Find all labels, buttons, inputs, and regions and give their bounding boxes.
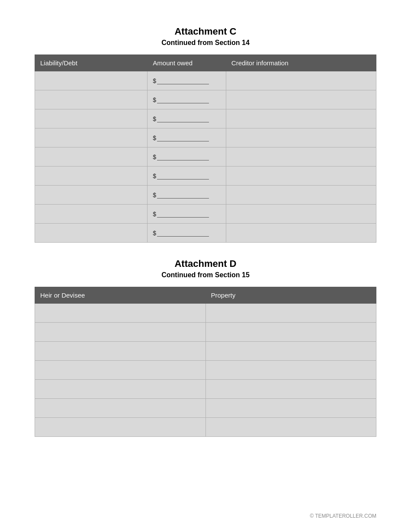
- amount-cell[interactable]: $: [148, 109, 226, 128]
- amount-cell[interactable]: $: [148, 186, 226, 205]
- amount-cell[interactable]: $: [148, 71, 226, 90]
- liability-cell[interactable]: [35, 90, 148, 109]
- table-row: [35, 361, 376, 380]
- creditor-cell[interactable]: [226, 147, 376, 167]
- amount-line: [157, 84, 209, 84]
- amount-line: [157, 236, 209, 237]
- col-header-property: Property: [206, 287, 376, 304]
- property-cell[interactable]: [206, 304, 376, 323]
- table-row: [35, 418, 376, 437]
- attachment-c-block: Attachment C Continued from Section 14 L…: [35, 26, 376, 243]
- attachment-d-block: Attachment D Continued from Section 15 H…: [35, 258, 376, 437]
- amount-dollar: $: [153, 96, 156, 103]
- col-header-liability: Liability/Debt: [35, 55, 148, 71]
- amount-dollar: $: [153, 173, 156, 179]
- liability-cell[interactable]: [35, 186, 148, 205]
- amount-cell[interactable]: $: [148, 90, 226, 109]
- table-row: $: [35, 186, 376, 205]
- amount-cell[interactable]: $: [148, 224, 226, 243]
- creditor-cell[interactable]: [226, 90, 376, 109]
- table-row: [35, 304, 376, 323]
- table-row: [35, 342, 376, 361]
- amount-cell[interactable]: $: [148, 205, 226, 224]
- heir-cell[interactable]: [35, 380, 206, 399]
- heir-cell[interactable]: [35, 399, 206, 418]
- footer: © TEMPLATEROLLER.COM: [310, 513, 376, 519]
- creditor-cell[interactable]: [226, 205, 376, 224]
- amount-dollar: $: [153, 192, 156, 199]
- heir-cell[interactable]: [35, 342, 206, 361]
- col-header-amount: Amount owed: [148, 55, 226, 71]
- table-row: $: [35, 109, 376, 128]
- footer-text: © TEMPLATEROLLER.COM: [310, 513, 376, 519]
- amount-dollar: $: [153, 154, 156, 160]
- table-d-header-row: Heir or Devisee Property: [35, 287, 376, 304]
- table-row: $: [35, 224, 376, 243]
- attachment-c-title: Attachment C: [35, 26, 376, 37]
- amount-dollar: $: [153, 135, 156, 141]
- property-cell[interactable]: [206, 342, 376, 361]
- amount-line: [157, 217, 209, 218]
- liability-cell[interactable]: [35, 205, 148, 224]
- table-row: $: [35, 205, 376, 224]
- amount-line: [157, 198, 209, 199]
- page: Attachment C Continued from Section 14 L…: [0, 0, 411, 532]
- property-cell[interactable]: [206, 361, 376, 380]
- liability-cell[interactable]: [35, 147, 148, 167]
- creditor-cell[interactable]: [226, 224, 376, 243]
- liability-cell[interactable]: [35, 224, 148, 243]
- creditor-cell[interactable]: [226, 71, 376, 90]
- amount-line: [157, 179, 209, 179]
- amount-cell[interactable]: $: [148, 167, 226, 186]
- creditor-cell[interactable]: [226, 109, 376, 128]
- heir-cell[interactable]: [35, 323, 206, 342]
- col-header-creditor: Creditor information: [226, 55, 376, 71]
- table-row: $: [35, 90, 376, 109]
- liability-cell[interactable]: [35, 71, 148, 90]
- heir-cell[interactable]: [35, 304, 206, 323]
- amount-cell[interactable]: $: [148, 147, 226, 167]
- liability-cell[interactable]: [35, 167, 148, 186]
- amount-line: [157, 141, 209, 141]
- amount-dollar: $: [153, 115, 156, 122]
- amount-line: [157, 160, 209, 160]
- table-row: [35, 380, 376, 399]
- amount-dollar: $: [153, 211, 156, 218]
- table-row: $: [35, 147, 376, 167]
- property-cell[interactable]: [206, 380, 376, 399]
- table-row: [35, 323, 376, 342]
- table-row: $: [35, 128, 376, 147]
- table-c-header-row: Liability/Debt Amount owed Creditor info…: [35, 55, 376, 71]
- attachment-d-title: Attachment D: [35, 258, 376, 269]
- property-cell[interactable]: [206, 323, 376, 342]
- amount-dollar: $: [153, 77, 156, 84]
- liability-cell[interactable]: [35, 128, 148, 147]
- heir-cell[interactable]: [35, 418, 206, 437]
- property-cell[interactable]: [206, 418, 376, 437]
- creditor-cell[interactable]: [226, 167, 376, 186]
- creditor-cell[interactable]: [226, 186, 376, 205]
- table-row: $: [35, 167, 376, 186]
- attachment-c-subtitle: Continued from Section 14: [35, 39, 376, 47]
- table-row: $: [35, 71, 376, 90]
- attachment-d-subtitle: Continued from Section 15: [35, 271, 376, 279]
- amount-line: [157, 103, 209, 103]
- liability-cell[interactable]: [35, 109, 148, 128]
- table-row: [35, 399, 376, 418]
- heir-cell[interactable]: [35, 361, 206, 380]
- creditor-cell[interactable]: [226, 128, 376, 147]
- property-cell[interactable]: [206, 399, 376, 418]
- attachment-c-table: Liability/Debt Amount owed Creditor info…: [35, 54, 376, 243]
- amount-cell[interactable]: $: [148, 128, 226, 147]
- amount-dollar: $: [153, 230, 156, 237]
- col-header-heir: Heir or Devisee: [35, 287, 206, 304]
- amount-line: [157, 122, 209, 122]
- attachment-d-table: Heir or Devisee Property: [35, 287, 376, 437]
